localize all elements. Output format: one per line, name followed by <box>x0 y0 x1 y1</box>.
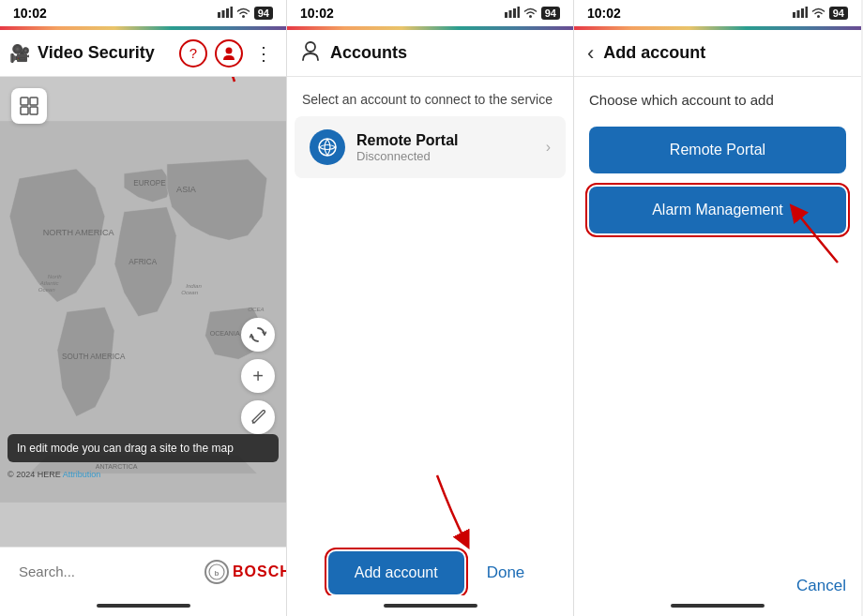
remote-portal-item[interactable]: Remote Portal Disconnected › <box>295 116 566 178</box>
svg-point-33 <box>319 139 336 156</box>
remote-portal-button[interactable]: Remote Portal <box>589 127 846 173</box>
bosch-circle-icon: b <box>204 560 229 584</box>
svg-rect-28 <box>508 10 511 18</box>
plus-icon: + <box>252 366 264 387</box>
svg-text:b: b <box>215 569 220 578</box>
home-indicator-1 <box>0 595 286 616</box>
status-bar-2: 10:02 94 <box>287 0 573 26</box>
svg-point-32 <box>306 42 315 52</box>
accounts-title: Accounts <box>330 43 407 63</box>
svg-rect-36 <box>801 8 804 18</box>
battery-3: 94 <box>829 7 848 20</box>
home-indicator-3 <box>574 595 861 616</box>
signal-icon-1 <box>218 7 233 20</box>
account-info: Remote Portal Disconnected <box>356 132 535 163</box>
account-status: Disconnected <box>356 149 535 163</box>
arrow-2 <box>381 466 493 560</box>
more-icon: ⋮ <box>254 42 273 65</box>
edit-toast-text: In edit mode you can drag a site to the … <box>17 442 234 455</box>
map-expand-button[interactable] <box>11 88 47 124</box>
status-time-1: 10:02 <box>13 6 47 21</box>
status-bar-1: 10:02 94 <box>0 0 286 26</box>
svg-text:Indian: Indian <box>186 282 202 289</box>
rotate-icon <box>250 326 266 343</box>
bosch-logo: b BOSCH <box>204 560 287 584</box>
svg-rect-3 <box>230 7 233 18</box>
globe-icon <box>310 129 345 165</box>
add-account-button[interactable]: Add account <box>328 551 464 594</box>
home-bar-1 <box>97 604 190 608</box>
svg-rect-20 <box>21 98 28 105</box>
svg-text:Ocean: Ocean <box>181 289 199 295</box>
alarm-management-button[interactable]: Alarm Management <box>589 187 846 233</box>
svg-text:OCEA: OCEA <box>248 307 264 313</box>
app-header-1: 🎥 Video Security ? ⋮ <box>0 30 286 77</box>
edit-button[interactable] <box>241 400 275 434</box>
rotate-button[interactable] <box>241 318 275 352</box>
svg-text:North: North <box>48 273 63 279</box>
status-time-3: 10:02 <box>587 6 621 21</box>
edit-toast: In edit mode you can drag a site to the … <box>8 434 279 462</box>
user-button[interactable] <box>215 39 243 68</box>
map-copyright: © 2024 HERE Attribution <box>8 470 100 479</box>
svg-rect-37 <box>805 7 808 18</box>
svg-point-31 <box>529 15 532 18</box>
svg-rect-0 <box>218 12 220 18</box>
status-icons-3: 94 <box>793 7 848 20</box>
done-button[interactable]: Done <box>479 550 533 595</box>
signal-icon-2 <box>505 7 520 20</box>
status-bar-3: 10:02 94 <box>574 0 861 26</box>
add-account-footer: Cancel <box>796 577 846 595</box>
search-input[interactable] <box>19 563 197 579</box>
add-account-subtitle: Choose which account to add <box>574 77 861 127</box>
svg-text:ASIA: ASIA <box>176 185 197 194</box>
zoom-in-button[interactable]: + <box>241 359 275 393</box>
battery-2: 94 <box>541 7 560 20</box>
attribution-link[interactable]: Attribution <box>63 470 101 479</box>
svg-rect-1 <box>221 10 224 18</box>
back-button[interactable]: ‹ <box>587 41 594 66</box>
status-icons-2: 94 <box>505 7 560 20</box>
svg-text:EUROPE: EUROPE <box>133 179 166 188</box>
help-icon: ? <box>189 45 197 61</box>
map-area[interactable]: NORTH AMERICA SOUTH AMERICA EUROPE ASIA … <box>0 77 286 547</box>
cancel-button[interactable]: Cancel <box>796 577 846 595</box>
add-account-header: ‹ Add account <box>574 30 861 77</box>
accounts-footer: Add account Done <box>287 550 573 595</box>
camera-icon: 🎥 <box>9 43 30 64</box>
more-button[interactable]: ⋮ <box>250 40 277 67</box>
status-icons-1: 94 <box>218 7 273 20</box>
help-button[interactable]: ? <box>179 39 207 68</box>
wifi-icon-3 <box>811 7 825 20</box>
pencil-icon <box>250 410 265 425</box>
svg-text:SOUTH AMERICA: SOUTH AMERICA <box>62 353 126 361</box>
bosch-label: BOSCH <box>233 563 287 580</box>
accounts-icon <box>300 40 321 66</box>
accounts-subtitle: Select an account to connect to the serv… <box>287 77 573 116</box>
add-account-title: Add account <box>603 43 705 63</box>
add-account-options: Remote Portal Alarm Management <box>574 127 861 233</box>
app-title: Video Security <box>38 43 172 63</box>
accounts-header: Accounts <box>287 30 573 77</box>
svg-point-4 <box>242 15 245 18</box>
wifi-icon-2 <box>523 7 537 20</box>
svg-rect-35 <box>796 10 799 18</box>
svg-rect-27 <box>505 12 507 18</box>
panel-add-account: 10:02 94 ‹ Add account Choose which acco… <box>574 0 861 616</box>
svg-text:Atlantic: Atlantic <box>39 279 59 286</box>
svg-text:AFRICA: AFRICA <box>129 258 157 266</box>
battery-1: 94 <box>254 7 273 20</box>
svg-text:NORTH AMERICA: NORTH AMERICA <box>43 228 115 237</box>
panel-accounts: 10:02 94 Accounts Select an account to c… <box>287 0 574 616</box>
svg-text:OCEANIA: OCEANIA <box>210 330 240 338</box>
svg-rect-34 <box>793 12 795 18</box>
panel-video-security: 10:02 94 🎥 Video Security ? ⋮ <box>0 0 287 616</box>
home-indicator-2 <box>287 595 573 616</box>
chevron-right-icon: › <box>546 139 551 156</box>
map-controls: + <box>241 318 275 434</box>
svg-rect-30 <box>517 7 520 18</box>
svg-point-38 <box>817 15 820 18</box>
search-bar[interactable]: b BOSCH <box>0 547 286 595</box>
account-name: Remote Portal <box>356 132 535 149</box>
svg-rect-21 <box>30 98 38 105</box>
